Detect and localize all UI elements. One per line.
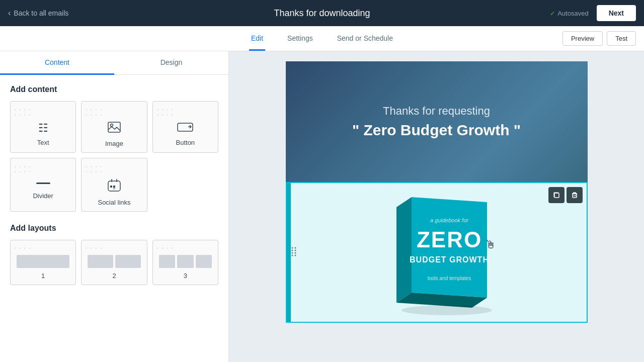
svg-point-12 [291, 252, 293, 254]
svg-text:BUDGET GROWTH: BUDGET GROWTH [410, 255, 489, 264]
col [88, 255, 113, 268]
svg-text:#: # [113, 186, 115, 191]
main-tabs: Edit Settings Send or Schedule [249, 27, 395, 50]
col [196, 255, 212, 268]
tab-edit[interactable]: Edit [249, 27, 265, 51]
content-item-image[interactable]: · · · ·· · · · Image [81, 101, 147, 153]
svg-rect-0 [108, 122, 120, 132]
button-label: Button [176, 139, 195, 146]
content-item-social[interactable]: · · · ·· · · · # Social links [81, 158, 147, 212]
svg-point-15 [294, 255, 296, 256]
col [115, 255, 141, 268]
divider-label: Divider [33, 192, 53, 200]
book-illustration: a guidebook for ZERO BUDGET GROWTH tools… [366, 187, 507, 318]
social-label: Social links [98, 199, 130, 206]
content-items-grid: · · · ·· · · · ☷ Text · · · ·· · · · Im [10, 101, 218, 212]
back-label: Back to all emails [14, 9, 68, 17]
col [159, 255, 175, 268]
duplicate-button[interactable] [548, 187, 565, 203]
book-block[interactable]: a guidebook for ZERO BUDGET GROWTH tools… [286, 182, 588, 323]
drag-dots: · · · · [157, 245, 174, 251]
tab-bar: Edit Settings Send or Schedule Preview T… [0, 26, 644, 51]
content-item-divider[interactable]: · · · ·· · · · Divider [10, 158, 76, 212]
image-icon [108, 122, 121, 136]
drag-dots: · · · ·· · · · [15, 164, 31, 174]
svg-point-9 [294, 247, 296, 249]
col [177, 255, 193, 268]
teal-bar [287, 183, 291, 322]
preview-button[interactable]: Preview [562, 31, 603, 46]
social-icon: # [108, 178, 121, 195]
autosaved-label: Autosaved [557, 10, 588, 17]
top-right-actions: ✓ Autosaved Next [550, 5, 636, 21]
banner-block[interactable]: Thanks for requesting " Zero Budget Grow… [286, 61, 588, 182]
content-item-text[interactable]: · · · ·· · · · ☷ Text [10, 101, 76, 153]
tab-send-schedule[interactable]: Send or Schedule [335, 27, 395, 51]
main-layout: Content Design Add content · · · ·· · · … [0, 51, 644, 362]
svg-text:a guidebook for: a guidebook for [430, 217, 469, 223]
top-nav: ‹ Back to all emails Thanks for download… [0, 0, 644, 26]
banner-title: " Zero Budget Growth " [352, 122, 521, 139]
svg-text:tools and templates: tools and templates [427, 276, 471, 281]
layout-item-2col[interactable]: · · · · 2 [81, 240, 147, 285]
divider-icon [36, 183, 50, 184]
drag-dots: · · · ·· · · · [86, 164, 102, 174]
layout-label-2: 2 [112, 272, 116, 280]
layout-preview-2col [86, 255, 142, 268]
drag-dots: · · · ·· · · · [15, 108, 31, 118]
svg-text:ZERO: ZERO [416, 227, 481, 252]
svg-rect-5 [110, 186, 112, 188]
svg-marker-20 [396, 197, 412, 303]
email-canvas: Thanks for requesting " Zero Budget Grow… [286, 61, 588, 323]
autosaved-indicator: ✓ Autosaved [550, 10, 588, 17]
email-title: Thanks for downloading [274, 8, 370, 19]
block-toolbar [548, 187, 583, 203]
tab-settings[interactable]: Settings [285, 27, 315, 51]
banner-subtitle: Thanks for requesting [383, 105, 490, 118]
layout-label-3: 3 [184, 272, 187, 280]
svg-rect-16 [554, 193, 559, 198]
svg-point-14 [291, 255, 293, 256]
panel-tab-design[interactable]: Design [114, 51, 228, 75]
drag-dots: · · · ·· · · · [157, 108, 174, 118]
drag-dots: · · · · [15, 245, 31, 251]
layouts-grid: · · · · 1 · · · · 2 · [10, 240, 218, 285]
svg-point-27 [401, 305, 492, 315]
canvas-area: Thanks for requesting " Zero Budget Grow… [229, 51, 644, 362]
delete-button[interactable] [567, 187, 583, 203]
tab-actions: Preview Test [562, 31, 636, 46]
svg-point-8 [291, 247, 293, 249]
svg-rect-17 [573, 194, 577, 198]
svg-point-10 [291, 250, 293, 251]
button-icon [177, 122, 193, 135]
back-chevron-icon: ‹ [8, 9, 11, 18]
next-button[interactable]: Next [597, 5, 636, 21]
panel-tab-content[interactable]: Content [0, 51, 114, 75]
layout-item-1col[interactable]: · · · · 1 [10, 240, 76, 285]
panel-body: Add content · · · ·· · · · ☷ Text · · · … [0, 75, 228, 295]
layout-preview-1col [15, 255, 71, 268]
layout-item-3col[interactable]: · · · · 3 [152, 240, 218, 285]
left-panel: Content Design Add content · · · ·· · · … [0, 51, 229, 362]
image-label: Image [105, 140, 123, 147]
layout-preview-3col [157, 255, 214, 268]
back-to-emails-link[interactable]: ‹ Back to all emails [8, 9, 68, 18]
text-label: Text [37, 139, 49, 146]
layout-label-1: 1 [41, 272, 45, 280]
drag-dots: · · · · [86, 245, 102, 251]
drag-handle-icon[interactable] [291, 246, 297, 258]
panel-tabs: Content Design [0, 51, 228, 75]
add-layouts-title: Add layouts [10, 224, 218, 233]
svg-point-1 [110, 124, 113, 127]
drag-dots: · · · ·· · · · [86, 108, 102, 118]
text-icon: ☷ [38, 122, 48, 135]
check-icon: ✓ [550, 10, 555, 17]
content-item-button[interactable]: · · · ·· · · · Button [152, 101, 218, 153]
add-content-title: Add content [10, 85, 218, 94]
svg-point-13 [294, 252, 296, 254]
svg-point-11 [294, 250, 296, 251]
test-button[interactable]: Test [607, 31, 636, 46]
col [17, 255, 69, 268]
